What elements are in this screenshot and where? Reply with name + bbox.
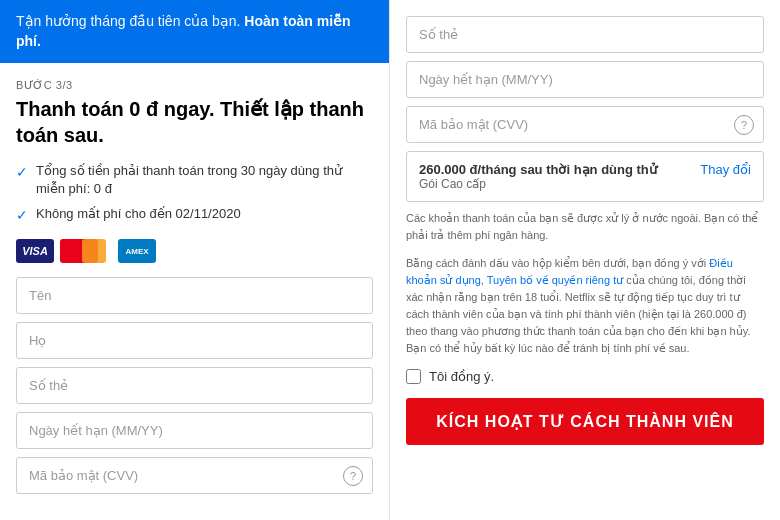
checklist-item-1: ✓ Tổng số tiền phải thanh toán trong 30 … xyxy=(16,162,373,198)
change-plan-link[interactable]: Thay đổi xyxy=(700,162,751,177)
checklist-item-2: ✓ Không mất phí cho đến 02/11/2020 xyxy=(16,205,373,226)
so-the-input-right[interactable] xyxy=(406,16,764,53)
privacy-link[interactable]: Tuyên bố về quyền riêng tư xyxy=(487,274,623,286)
right-panel: ? 260.000 đ/tháng sau thời hạn dùng thử … xyxy=(390,0,780,520)
cvv-group-right: ? xyxy=(406,106,764,143)
ho-group xyxy=(16,322,373,359)
checklist-text-2: Không mất phí cho đến 02/11/2020 xyxy=(36,205,241,223)
mastercard-logo xyxy=(60,239,98,263)
cvv-help-icon-left[interactable]: ? xyxy=(343,466,363,486)
checklist-text-1: Tổng số tiền phải thanh toán trong 30 ng… xyxy=(36,162,373,198)
payment-title: Thanh toán 0 đ ngay. Thiết lập thanh toá… xyxy=(16,96,373,148)
pricing-amount: 260.000 đ/tháng sau thời hạn dùng thử xyxy=(419,162,690,177)
ngay-het-han-input-right[interactable] xyxy=(406,61,764,98)
activate-button[interactable]: KÍCH HOẠT TƯ CÁCH THÀNH VIÊN xyxy=(406,398,764,445)
agree-checkbox[interactable] xyxy=(406,369,421,384)
promo-text: Tận hưởng tháng đầu tiên của bạn. xyxy=(16,13,244,29)
cvv-help-icon-right[interactable]: ? xyxy=(734,115,754,135)
check-icon-2: ✓ xyxy=(16,206,28,226)
so-the-input-left[interactable] xyxy=(16,367,373,404)
ngay-het-han-group-right xyxy=(406,61,764,98)
left-content: BƯỚC 3/3 Thanh toán 0 đ ngay. Thiết lập … xyxy=(0,63,389,520)
terms-text: Bằng cách đánh dấu vào hộp kiểm bên dưới… xyxy=(406,255,764,357)
ten-input[interactable] xyxy=(16,277,373,314)
ten-group xyxy=(16,277,373,314)
pricing-info: 260.000 đ/tháng sau thời hạn dùng thử Gó… xyxy=(419,162,690,191)
promo-banner: Tận hưởng tháng đầu tiên của bạn. Hoàn t… xyxy=(0,0,389,63)
card-logos: VISA AMEX xyxy=(16,239,373,263)
step-label: BƯỚC 3/3 xyxy=(16,79,373,92)
amex-logo: AMEX xyxy=(118,239,156,263)
checklist: ✓ Tổng số tiền phải thanh toán trong 30 … xyxy=(16,162,373,225)
ho-input[interactable] xyxy=(16,322,373,359)
pricing-plan: Gói Cao cấp xyxy=(419,177,690,191)
pricing-box: 260.000 đ/tháng sau thời hạn dùng thử Gó… xyxy=(406,151,764,202)
check-icon-1: ✓ xyxy=(16,163,28,183)
so-the-group-right xyxy=(406,16,764,53)
cvv-group-left: ? xyxy=(16,457,373,494)
agree-label[interactable]: Tôi đồng ý. xyxy=(429,369,494,384)
cvv-input-right[interactable] xyxy=(406,106,764,143)
notice-text: Các khoản thanh toán của bạn sẽ được xử … xyxy=(406,210,764,243)
left-panel: Tận hưởng tháng đầu tiên của bạn. Hoàn t… xyxy=(0,0,390,520)
cvv-input-left[interactable] xyxy=(16,457,373,494)
agree-row: Tôi đồng ý. xyxy=(406,369,764,384)
ngay-het-han-group-left xyxy=(16,412,373,449)
so-the-group-left xyxy=(16,367,373,404)
ngay-het-han-input-left[interactable] xyxy=(16,412,373,449)
visa-logo: VISA xyxy=(16,239,54,263)
